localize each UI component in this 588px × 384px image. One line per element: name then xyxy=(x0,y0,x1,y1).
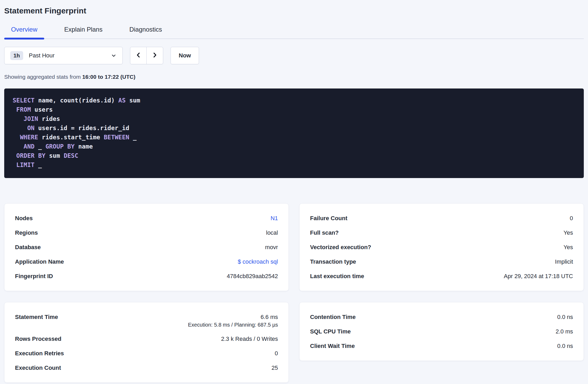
rows-processed-label: Rows Processed xyxy=(15,335,61,343)
sql-text xyxy=(13,152,16,159)
stats-summary-prefix: Showing aggregated stats from xyxy=(4,74,82,80)
statement-fingerprint-page: Statement Fingerprint OverviewExplain Pl… xyxy=(0,0,588,383)
stat-row: Client Wait Time0.0 ns xyxy=(310,342,573,350)
sql-text: _ xyxy=(34,161,42,168)
time-range-label: Past Hour xyxy=(29,52,55,59)
stat-row: Failure Count0 xyxy=(310,214,573,222)
stats-cards: NodesN1RegionslocalDatabasemovrApplicati… xyxy=(4,203,584,383)
sql-keyword: JOIN xyxy=(24,115,38,122)
stat-row: Application Name$ cockroach sql xyxy=(15,258,278,266)
sql-cpu-time-value-wrap: 2.0 ms xyxy=(556,327,573,336)
application-name-value-wrap: $ cockroach sql xyxy=(238,258,278,266)
client-wait-time-label: Client Wait Time xyxy=(310,342,355,350)
time-range-dropdown[interactable]: 1h Past Hour xyxy=(4,47,123,64)
page-title: Statement Fingerprint xyxy=(4,6,584,16)
rows-processed-value-wrap: 2.3 k Reads / 0 Writes xyxy=(221,335,278,343)
application-name-link[interactable]: $ cockroach sql xyxy=(238,258,278,265)
sql-line: AND _ GROUP BY name xyxy=(13,142,575,151)
tab-explain-plans[interactable]: Explain Plans xyxy=(57,21,109,38)
contention-time-label: Contention Time xyxy=(310,313,356,321)
stats-summary-range: 16:00 to 17:22 (UTC) xyxy=(82,74,136,80)
sql-text: users.id = rides.rider_id xyxy=(34,125,129,131)
nodes-value-wrap: N1 xyxy=(271,214,278,222)
full-scan-value-wrap: Yes xyxy=(564,229,573,237)
stat-row: Vectorized execution?Yes xyxy=(310,243,573,251)
sql-keyword: GROUP BY xyxy=(46,143,75,150)
rows-processed-value: 2.3 k Reads / 0 Writes xyxy=(221,336,278,342)
sql-text xyxy=(13,134,20,141)
statement-time-subvalue: Execution: 5.8 ms / Planning: 687.5 µs xyxy=(188,321,278,328)
stat-row: Databasemovr xyxy=(15,243,278,251)
transaction-type-value: Implicit xyxy=(555,258,573,265)
sql-keyword: ON xyxy=(27,125,34,131)
database-label: Database xyxy=(15,243,41,251)
sql-line: ON users.id = rides.rider_id xyxy=(13,124,575,133)
execution-count-value-wrap: 25 xyxy=(272,364,278,372)
vectorized-execution-label: Vectorized execution? xyxy=(310,243,371,251)
sql-line: WHERE rides.start_time BETWEEN _ xyxy=(13,133,575,142)
tab-bar: OverviewExplain PlansDiagnostics xyxy=(4,21,584,39)
execution-count-value: 25 xyxy=(272,365,278,371)
sql-line: FROM users xyxy=(13,105,575,114)
execution-count-label: Execution Count xyxy=(15,364,61,372)
full-scan-label: Full scan? xyxy=(310,229,339,237)
vectorized-execution-value-wrap: Yes xyxy=(564,243,573,251)
chevron-down-icon xyxy=(111,53,117,58)
chevron-right-icon xyxy=(152,52,158,60)
sql-cpu-time-label: SQL CPU Time xyxy=(310,327,351,336)
nodes-link[interactable]: N1 xyxy=(271,215,278,221)
statement-time-label: Statement Time xyxy=(15,313,58,321)
contention-time-value-wrap: 0.0 ns xyxy=(557,313,573,321)
sql-text xyxy=(13,125,27,131)
sql-keyword: DESC xyxy=(64,152,78,159)
time-controls: 1h Past Hour xyxy=(4,47,584,64)
stats-summary: Showing aggregated stats from 16:00 to 1… xyxy=(4,73,584,81)
sql-text: rides xyxy=(38,115,60,122)
tab-overview[interactable]: Overview xyxy=(4,21,44,38)
database-value-wrap: movr xyxy=(265,243,278,251)
stat-row: Full scan?Yes xyxy=(310,229,573,237)
sql-text: name xyxy=(74,143,93,150)
statement-details-card: NodesN1RegionslocalDatabasemovrApplicati… xyxy=(4,203,289,291)
sql-text: users xyxy=(31,106,53,113)
fingerprint-id-value-wrap: 4784cb829aab2542 xyxy=(227,272,278,280)
stat-row: Fingerprint ID4784cb829aab2542 xyxy=(15,272,278,280)
sql-line: LIMIT _ xyxy=(13,160,575,170)
sql-text: sum xyxy=(46,152,64,159)
stat-row: Statement Time6.6 msExecution: 5.8 ms / … xyxy=(15,313,278,328)
execution-retries-value: 0 xyxy=(275,350,278,357)
sql-cpu-time-value: 2.0 ms xyxy=(556,328,573,335)
prev-time-button[interactable] xyxy=(130,47,147,64)
failure-count-value: 0 xyxy=(570,215,573,221)
sql-keyword: BETWEEN xyxy=(104,134,129,141)
sql-statement-box: SELECT name, count(rides.id) AS sum FROM… xyxy=(4,88,584,178)
sql-line: SELECT name, count(rides.id) AS sum xyxy=(13,96,575,105)
next-time-button[interactable] xyxy=(147,47,163,64)
regions-value: local xyxy=(266,229,278,236)
chevron-left-icon xyxy=(135,52,142,60)
last-execution-time-label: Last execution time xyxy=(310,272,364,280)
transaction-type-value-wrap: Implicit xyxy=(555,258,573,266)
statement-timing-card: Statement Time6.6 msExecution: 5.8 ms / … xyxy=(4,302,289,383)
stat-row: Execution Retries0 xyxy=(15,349,278,357)
regions-label: Regions xyxy=(15,229,38,237)
sql-line: JOIN rides xyxy=(13,114,575,124)
stat-row: Last execution timeApr 29, 2024 at 17:18… xyxy=(310,272,573,280)
now-button[interactable]: Now xyxy=(171,47,199,64)
failure-count-label: Failure Count xyxy=(310,214,347,222)
sql-text xyxy=(13,106,16,113)
stat-row: Regionslocal xyxy=(15,229,278,237)
contention-time-value: 0.0 ns xyxy=(557,314,573,320)
nodes-label: Nodes xyxy=(15,214,33,222)
tab-diagnostics[interactable]: Diagnostics xyxy=(122,21,169,38)
sql-text: rides.start_time xyxy=(38,134,104,141)
sql-text xyxy=(13,143,24,150)
vectorized-execution-value: Yes xyxy=(564,244,573,250)
transaction-type-label: Transaction type xyxy=(310,258,356,266)
stat-row: Execution Count25 xyxy=(15,364,278,372)
last-execution-time-value: Apr 29, 2024 at 17:18 UTC xyxy=(504,273,573,279)
sql-text: name, count(rides.id) xyxy=(34,97,118,104)
sql-text: _ xyxy=(34,143,46,150)
execution-retries-value-wrap: 0 xyxy=(275,349,278,357)
client-wait-time-value: 0.0 ns xyxy=(557,343,573,349)
